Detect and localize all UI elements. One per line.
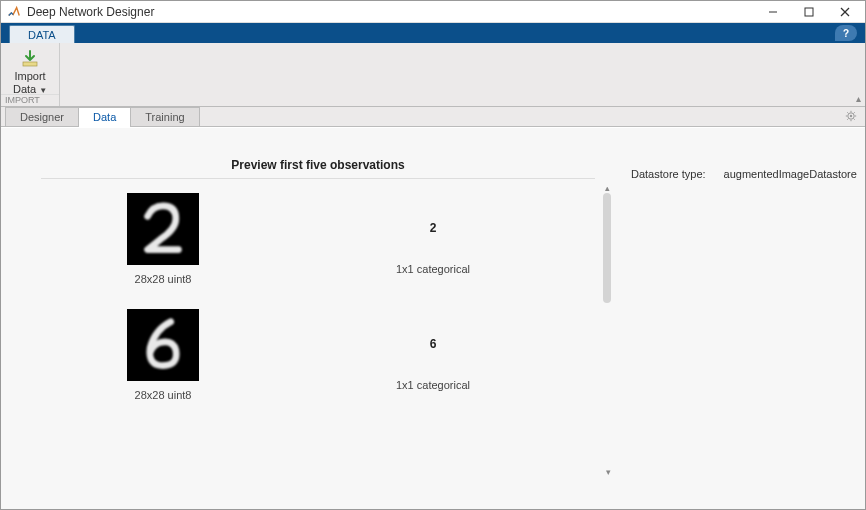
svg-line-12 — [854, 119, 855, 120]
info-panel: Datastore type: augmentedImageDatastore — [623, 138, 853, 499]
observation-row: 28x28 uint8 6 1x1 categorical — [23, 303, 593, 419]
toolstrip: Import Data▼ IMPORT ▴ — [1, 43, 865, 107]
close-button[interactable] — [827, 2, 863, 22]
observation-list[interactable]: 28x28 uint8 2 1x1 categorical — [23, 187, 613, 487]
window-title: Deep Network Designer — [27, 5, 755, 19]
observation-label-column: 2 1x1 categorical — [283, 193, 583, 275]
observation-label: 6 — [430, 337, 437, 351]
svg-line-11 — [847, 112, 848, 113]
tab-designer[interactable]: Designer — [5, 107, 79, 126]
observation-image — [127, 193, 199, 265]
observation-image-caption: 28x28 uint8 — [135, 273, 192, 285]
observation-image-column: 28x28 uint8 — [103, 193, 223, 285]
preview-panel: Preview first five observations 28x28 ui… — [13, 138, 623, 499]
ribbon-tabstrip: DATA ? — [1, 23, 865, 43]
svg-point-6 — [850, 115, 852, 117]
document-tabs: Designer Data Training — [1, 107, 865, 127]
observation-label-type: 1x1 categorical — [396, 263, 470, 275]
svg-line-14 — [854, 112, 855, 113]
matlab-icon — [7, 5, 21, 19]
content-area: Preview first five observations 28x28 ui… — [1, 127, 865, 509]
import-data-button[interactable]: Import Data▼ — [9, 47, 51, 99]
observation-image-caption: 28x28 uint8 — [135, 389, 192, 401]
app-window: Deep Network Designer DATA ? Import — [0, 0, 866, 510]
import-icon — [20, 49, 40, 69]
observation-image-column: 28x28 uint8 — [103, 309, 223, 401]
observation-image — [127, 309, 199, 381]
datastore-type-label: Datastore type: — [631, 168, 706, 180]
svg-line-13 — [847, 119, 848, 120]
maximize-button[interactable] — [791, 2, 827, 22]
ribbon-tab-data[interactable]: DATA — [9, 25, 75, 43]
observation-label-type: 1x1 categorical — [396, 379, 470, 391]
gear-icon[interactable] — [845, 110, 857, 125]
svg-rect-1 — [805, 8, 813, 16]
datastore-type-value: augmentedImageDatastore — [724, 168, 857, 180]
import-group: Import Data▼ IMPORT — [1, 43, 60, 106]
titlebar: Deep Network Designer — [1, 1, 865, 23]
scrollbar-thumb[interactable] — [603, 193, 611, 303]
observation-row: 28x28 uint8 2 1x1 categorical — [23, 187, 593, 303]
import-group-label: IMPORT — [1, 94, 59, 106]
preview-title: Preview first five observations — [41, 158, 596, 179]
scroll-down-arrow[interactable]: ▾ — [603, 467, 613, 477]
minimize-button[interactable] — [755, 2, 791, 22]
datastore-type-row: Datastore type: augmentedImageDatastore — [631, 168, 845, 180]
import-label-1: Import — [14, 70, 45, 82]
tab-training[interactable]: Training — [130, 107, 199, 126]
collapse-toolstrip-icon[interactable]: ▴ — [856, 93, 861, 104]
observation-label: 2 — [430, 221, 437, 235]
help-icon[interactable]: ? — [835, 25, 857, 41]
svg-rect-4 — [23, 62, 37, 66]
observation-label-column: 6 1x1 categorical — [283, 309, 583, 391]
tab-data[interactable]: Data — [78, 107, 131, 126]
